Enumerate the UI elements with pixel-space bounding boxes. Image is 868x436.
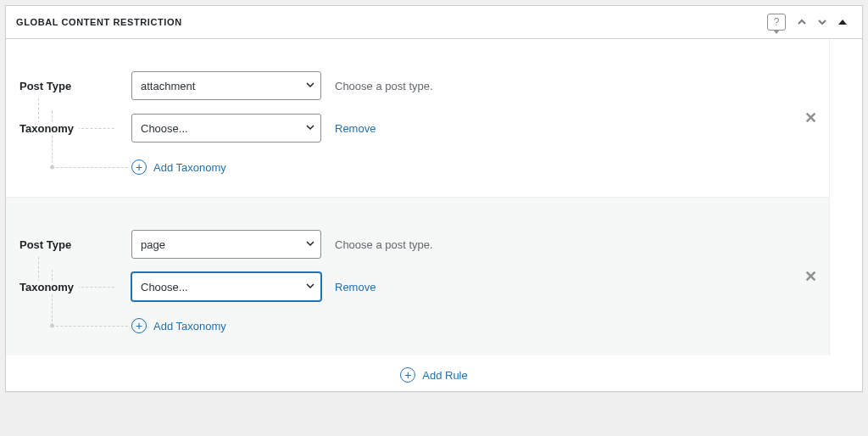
rule-block: ✕ Post Type page Choose a post type. Tax… — [6, 197, 829, 355]
add-rule-button[interactable]: Add Rule — [422, 369, 467, 382]
move-down-button[interactable] — [813, 13, 832, 31]
taxonomy-row: Taxonomy Choose... Remove — [19, 266, 795, 308]
post-type-select-value[interactable]: attachment — [131, 71, 321, 100]
plus-icon[interactable]: + — [400, 367, 415, 383]
rules-container: ✕ Post Type attachment Choose a post typ… — [6, 39, 830, 355]
branch-connector — [33, 310, 145, 341]
post-type-hint: Choose a post type. — [335, 80, 433, 92]
post-type-label: Post Type — [19, 238, 131, 251]
move-up-button[interactable] — [793, 13, 811, 31]
rule-block: ✕ Post Type attachment Choose a post typ… — [6, 39, 829, 197]
add-taxonomy-button[interactable]: Add Taxonomy — [153, 320, 226, 333]
remove-rule-button[interactable]: ✕ — [804, 267, 817, 286]
add-taxonomy-row: + Add Taxonomy — [19, 149, 795, 180]
post-type-row: Post Type attachment Choose a post type. — [19, 64, 795, 107]
taxonomy-row: Taxonomy Choose... Remove — [19, 107, 795, 149]
add-taxonomy-button[interactable]: Add Taxonomy — [153, 161, 226, 174]
post-type-label: Post Type — [19, 80, 131, 92]
post-type-select-value[interactable]: page — [131, 230, 321, 259]
branch-dot-icon — [50, 165, 54, 170]
taxonomy-label: Taxonomy — [19, 281, 131, 293]
taxonomy-select[interactable]: Choose... — [131, 272, 321, 301]
panel-header: GLOBAL CONTENT RESTRICTION ? — [6, 6, 862, 39]
remove-taxonomy-link[interactable]: Remove — [335, 122, 376, 135]
global-content-restriction-panel: GLOBAL CONTENT RESTRICTION ? ✕ Post Type… — [5, 5, 863, 392]
post-type-select[interactable]: page — [131, 230, 321, 259]
taxonomy-label: Taxonomy — [19, 122, 131, 135]
post-type-row: Post Type page Choose a post type. — [19, 223, 795, 266]
taxonomy-select[interactable]: Choose... — [131, 114, 321, 143]
panel-title: GLOBAL CONTENT RESTRICTION — [16, 17, 182, 27]
help-icon[interactable]: ? — [767, 14, 786, 31]
branch-dot-icon — [50, 324, 54, 328]
footer-row: + Add Rule — [6, 355, 862, 391]
taxonomy-select-value[interactable]: Choose... — [131, 114, 321, 143]
collapse-toggle[interactable] — [833, 13, 852, 31]
post-type-hint: Choose a post type. — [335, 238, 433, 251]
branch-connector — [33, 152, 145, 182]
remove-taxonomy-link[interactable]: Remove — [335, 281, 376, 293]
remove-rule-button[interactable]: ✕ — [804, 109, 817, 127]
taxonomy-select-value[interactable]: Choose... — [131, 272, 321, 301]
post-type-select[interactable]: attachment — [131, 71, 321, 100]
add-taxonomy-row: + Add Taxonomy — [19, 308, 795, 338]
header-controls: ? — [767, 13, 852, 31]
